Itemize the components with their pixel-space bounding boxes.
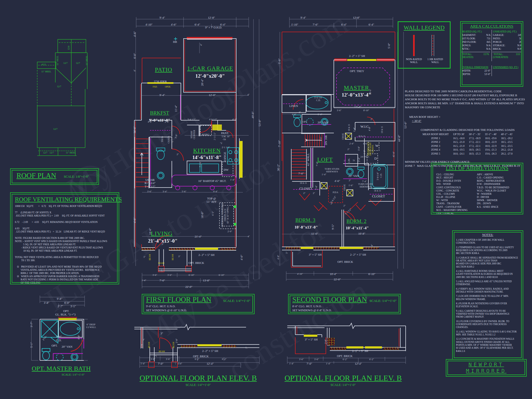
unheated-rows: GARAGE:249PATIO:56PORCH:28STORAGE:N/ABRI… — [492, 34, 523, 51]
abbrev-right-column: ABV. : ABOVEC.O. : CASED OPENINGREFG. : … — [477, 173, 523, 215]
opt-master-bath-titlearea: OPT. MASTER BATH SCALE: 1/4"=1'-0" — [25, 365, 97, 376]
loads-row: ZONE 418.0, -19.518.9, -20.519.6, -21.32… — [421, 148, 515, 152]
second-floor-sub1: 8'-0" CLG. HGT. U.N.O. — [292, 305, 322, 308]
area-row: 2ND FLOOR:845 — [461, 40, 492, 44]
abbrev-entry: T.B.D.: TO BE DETERMINED — [477, 186, 523, 189]
note-item: 6.) VERIFY ALL WINDOW SIZES, RADIUS, AND… — [456, 288, 521, 294]
area-row: PATIO:56 — [492, 37, 523, 40]
wall-legend-box: WALL LEGEND NON-RATED WALL 1 HR RATED WA… — [398, 21, 451, 69]
unheated-total-row: TOTAL:333 — [492, 52, 521, 56]
unfinished-header: UNFINISHED (SQ. FT.) — [492, 65, 523, 69]
vent-line: 77 (LINEAR FT. OF SOFFIT) X — [15, 211, 116, 214]
vent-line: ① PROVIDED AT LEAST 50% AND NOT MORE THA… — [15, 265, 116, 268]
area-row: DEPTH:53'-0" — [461, 73, 492, 76]
vent-line: ② WHEN AN APPROVED VAPOR BARRIER HAVING … — [15, 275, 116, 278]
abbrev-entry: REFG. : REFRIGERATOR — [477, 179, 523, 182]
sf-brick-hatch-2 — [313, 247, 340, 249]
vent-line: T0 1 TO 300: — [15, 259, 116, 262]
unheated-total-sub: (UNHEATED) — [492, 56, 523, 59]
overall-dimension-column: OVERALL DIMENSION WIDTH:22'-0"DEPTH:53'-… — [461, 65, 492, 76]
notes-title: NOTES: — [453, 233, 523, 237]
loads-header-cell: UP TO 30' — [451, 132, 467, 136]
vent-line: TOTAL NET FREE VENTILATING AREA IS PERMI… — [15, 256, 116, 259]
heated-header: HEATED (SQ. FT.) — [461, 30, 492, 34]
ff-brick-hatch-2 — [169, 248, 194, 250]
vent-line — [15, 208, 116, 211]
notes-box: NOTES: 1.) SEE CHAPTER 6 OF 2009 IRC FOR… — [452, 230, 523, 360]
abbrev-entry: ABV. : ABOVE — [477, 173, 523, 176]
area-row: STORAGE:N/A — [492, 44, 523, 47]
second-floor-sub2: SET WINDOWS @ 6'-8" U.N.O. — [292, 309, 332, 312]
abbrev-entry: C.O. : CASED OPENING — [477, 176, 523, 179]
heated-rows: BASEMENT:N/A1ST FLOOR:7312ND FLOOR:845BO… — [461, 34, 492, 51]
overall-header: OVERALL DIMENSION — [461, 65, 492, 69]
vent-line: .125 (NET FREE AREA PER FT.) = 32.24 LIN… — [15, 230, 116, 233]
loads-header-row: MEAN ROOF HEIGHTUP TO 30'30'-1" - 35'35'… — [421, 132, 515, 136]
optional-plan-b-right-title: OPTIONAL FLOOR PLAN ELEV. B — [282, 374, 404, 383]
code-line: HOUSE DESIGNED FOR 100 MPH 3 SECOND GUST… — [405, 93, 530, 97]
loads-header-cell: MEAN ROOF HEIGHT — [421, 132, 451, 136]
abbrev-left-column: CLG. : CEILINGHGT. : HEIGHTD.O. : DOUBLE… — [436, 173, 477, 215]
area-row: WIDTH:22'-0" — [461, 69, 492, 73]
roof-vent-title: ROOF VENTILATING REQUIREMENTS — [15, 196, 119, 203]
sf-dashed — [367, 141, 379, 163]
abbreviations-title: LIST OF ABBREVIATIONS — [431, 165, 523, 171]
unheated-header: UNHEATED (SQ. FT.) — [492, 30, 523, 34]
abbrev-entry: CANT. : CANTILEVER — [436, 205, 477, 209]
sf-brick-hatch-1 — [285, 247, 301, 249]
abbrev-entry: CONT.:CONTINUOUS — [436, 186, 477, 189]
ff-dashed — [200, 126, 236, 229]
abbrev-entry: ELLIP. : ELLIPSE — [436, 196, 477, 199]
abbrev-entry: W : WASHER — [477, 192, 523, 196]
abbrev-entry: D : DRYER — [477, 196, 523, 199]
non-rated-wall-symbol — [413, 35, 415, 56]
note-item: 4.) ALL HABITABLE ROOMS SHALL MEET LIGHT… — [456, 270, 521, 279]
second-floor-scale: SCALE: 1/4"=1'-0" — [369, 299, 397, 303]
ff-brick-hatch-1 — [142, 248, 155, 250]
abbrev-entry: D.W. : DISHWASHER — [477, 182, 523, 186]
mean-roof-line: MEAN ROOF HEIGHT = < 30'-0" — [405, 111, 530, 127]
overall-rows: WIDTH:22'-0"DEPTH:53'-0" — [461, 69, 492, 76]
one-hr-rated-wall-symbol — [431, 35, 434, 56]
vent-line: VENTILATING AREA IS PROVIDED BY VENTILAT… — [15, 268, 116, 272]
sf-magenta — [283, 68, 394, 194]
sf-chase-x — [321, 133, 353, 196]
heated-column: HEATED (SQ. FT.) BASEMENT:N/A1ST FLOOR:7… — [461, 30, 492, 61]
wall-legend-title: WALL LEGEND — [398, 24, 450, 31]
abbrev-entry: TRANS. : TRANSOM — [436, 202, 477, 205]
note-item: 3.) GARAGE SHALL BE SEPERATED FROM RESID… — [456, 256, 521, 268]
unfinished-column: UNFINISHED (SQ. FT.) — [492, 65, 523, 76]
area-row: BASEMENT:N/A — [461, 34, 492, 37]
second-floor-title: SECOND FLOOR PLAN — [292, 296, 367, 304]
area-row: ATTIC:N/A — [461, 47, 492, 51]
first-floor-title-box: FIRST FLOOR PLAN SCALE: 1/4"=1'-0" 9'-0"… — [142, 294, 255, 314]
code-line: PLANS DESIGNED TO THE 2009 NORTH CAROLIN… — [405, 89, 530, 93]
code-line: ANCHOR BOLTS TO BE NO MORE THAN 6' O.C. … — [405, 97, 530, 101]
abbrev-entry: K.S. : KNEE SPACE — [477, 205, 523, 209]
note-item: 11.) ALL WINDOW GLAZING TO HAVE 0.40 U-F… — [456, 330, 521, 336]
loads-row: ZONE 116.5, -18.017.3, -18.918.0, -19.61… — [421, 136, 515, 140]
notes-list: 1.) SEE CHAPTER 6 OF 2009 IRC FOR WALL C… — [453, 237, 523, 353]
opt-master-bath-title: OPT. MASTER BATH — [25, 365, 97, 372]
code-line: ANCHOR BOLTS SHALL BE MIN. 1/2" DIAMETER… — [405, 101, 530, 105]
note-item: 12.) CONCRETE & MASONRY FOUNDATION WALLS… — [456, 338, 521, 353]
abbrev-entry: HGT. : HEIGHT — [436, 176, 477, 179]
vent-line: .035 (NET FREE AREA PER FT.) = 2.69 SQ. … — [15, 214, 116, 217]
opt-master-bath-drawing: 9'-8"3'-8"6'-0"2'-7"3'-5"OPT.GL. BLK. °3… — [27, 294, 96, 376]
optional-plan-b-left-scale: SCALE: 1/4"=1'-0" — [134, 383, 262, 387]
abbrev-entry: WD. : WOOD — [436, 182, 477, 186]
first-floor-scale: SCALE: 1/4"=1'-0" — [223, 299, 250, 303]
roof-vent-lines: 1008/150 SQ.FT. = 6.72 SQ. FT. OF TOTAL … — [11, 205, 119, 284]
second-floor-title-box: SECOND FLOOR PLAN SCALE: 1/4"=1'-0" 8'-0… — [288, 294, 401, 314]
loads-table-title: COMPONENT & CLADDING DESIGNED FOR THE FO… — [405, 128, 530, 132]
first-floor-title: FIRST FLOOR PLAN — [146, 296, 211, 304]
code-pre-lines: PLANS DESIGNED TO THE 2009 NORTH CAROLIN… — [405, 89, 530, 109]
blueprint-sheet: MyHomeFloorPlans.com©ILLEGAL to use forM… — [0, 0, 532, 399]
vent-line: NOTE: FIGURE BASED ON SECTION R-806 OF T… — [15, 236, 116, 240]
loads-header-cell: 40'-1" - 45' — [499, 132, 515, 136]
titleblock-box: NEWPORT MIRRORED — [446, 359, 527, 377]
abbrev-entry: DN. : DOWN — [477, 202, 523, 205]
vent-line: OF THE CEILING — [15, 281, 116, 284]
loads-header-cell: 30'-1" - 35' — [467, 132, 483, 136]
note-item: 1.) SEE CHAPTER 6 OF 2009 IRC FOR WALL C… — [456, 239, 521, 245]
